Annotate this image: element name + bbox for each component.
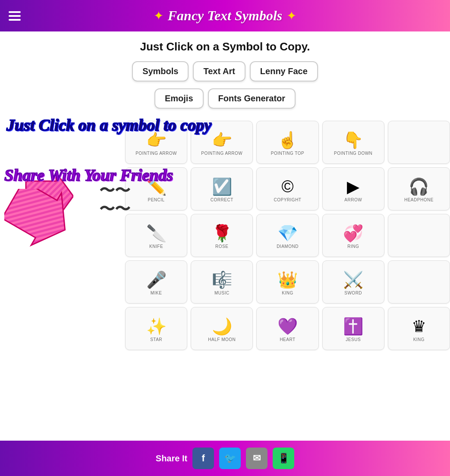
- symbol-cell[interactable]: 🎼MUSIC: [191, 260, 253, 304]
- symbol-cell[interactable]: ✝️JESUS: [322, 307, 384, 350]
- symbol-icon: 🎼: [212, 272, 232, 288]
- symbol-icon: ▶: [347, 178, 359, 195]
- symbol-icon: ✏️: [146, 178, 167, 195]
- symbol-cell[interactable]: 🎧HEADPHONE: [388, 167, 450, 210]
- symbol-icon: 🔪: [146, 225, 167, 241]
- symbol-label: KING: [413, 337, 425, 342]
- arrow-top-decoration: [17, 168, 73, 226]
- symbol-icon: 👉: [146, 132, 167, 148]
- tab-fonts-generator[interactable]: Fonts Generator: [208, 88, 296, 109]
- symbol-label: JESUS: [346, 337, 361, 342]
- svg-marker-5: [4, 189, 80, 256]
- symbol-cell[interactable]: 🌹ROSE: [191, 214, 253, 257]
- symbol-icon: 🌹: [212, 225, 232, 241]
- symbol-cell[interactable]: ©COPYRIGHT: [256, 167, 318, 210]
- symbol-grid: 👉POINTING ARROW👉POINTING ARROW☝️POINTING…: [125, 116, 450, 354]
- symbol-cell[interactable]: ☝️POINTING TOP: [256, 121, 318, 164]
- app-header: ✦ Fancy Text Symbols ✦: [0, 0, 450, 31]
- symbol-label: SWORD: [344, 291, 362, 295]
- symbol-cell[interactable]: ⚔️SWORD: [322, 260, 384, 304]
- symbol-icon: ✝️: [343, 318, 363, 335]
- main-content: Just Click on a symbol to copy 〜〜〜〜 👉POI…: [0, 116, 450, 406]
- svg-marker-2: [26, 172, 73, 220]
- symbol-icon: ☝️: [277, 132, 298, 148]
- symbol-cell[interactable]: 👉POINTING ARROW: [125, 121, 187, 164]
- star-right-icon: ✦: [286, 9, 296, 23]
- symbol-cell[interactable]: 👑KING: [256, 260, 318, 304]
- symbol-icon: ✨: [146, 318, 167, 335]
- tab-emojis[interactable]: Emojis: [154, 88, 204, 109]
- symbol-icon: ⚔️: [343, 272, 363, 288]
- share-label: Share It: [156, 454, 187, 463]
- symbol-icon: 🌙: [212, 318, 232, 335]
- whatsapp-share-button[interactable]: 📱: [273, 448, 294, 469]
- symbol-icon: 👉: [212, 132, 232, 148]
- symbol-cell[interactable]: ✏️PENCIL: [125, 167, 187, 210]
- tabs-row-1: Symbols Text Art Lenny Face: [0, 58, 450, 85]
- symbol-cell[interactable]: [388, 214, 450, 257]
- symbol-cell[interactable]: [388, 121, 450, 164]
- tabs-row-2: Emojis Fonts Generator: [0, 85, 450, 112]
- facebook-share-button[interactable]: f: [192, 448, 214, 469]
- symbol-label: HALF MOON: [208, 337, 236, 342]
- symbol-cell[interactable]: ☑️CORRECT: [191, 167, 253, 210]
- menu-button[interactable]: [9, 11, 21, 21]
- symbol-label: PENCIL: [148, 197, 165, 202]
- page-subtitle: Just Click on a Symbol to Copy.: [0, 31, 450, 58]
- symbol-label: ARROW: [344, 197, 362, 202]
- symbol-cell[interactable]: 🔪KNIFE: [125, 214, 187, 257]
- symbol-label: HEART: [280, 337, 295, 342]
- symbol-cell[interactable]: 🎤MIKE: [125, 260, 187, 304]
- symbol-icon: ©: [281, 178, 293, 195]
- app-title: Fancy Text Symbols: [168, 8, 282, 24]
- symbol-label: MUSIC: [214, 291, 230, 295]
- symbol-label: CORRECT: [211, 197, 233, 202]
- tab-lenny-face[interactable]: Lenny Face: [250, 61, 318, 81]
- symbol-label: RING: [347, 244, 359, 249]
- symbol-cell[interactable]: ▶ARROW: [322, 167, 384, 210]
- symbol-cell[interactable]: 💜HEART: [256, 307, 318, 350]
- symbol-label: POINTING TOP: [271, 151, 304, 156]
- symbol-cell[interactable]: 💞RING: [322, 214, 384, 257]
- symbol-cell[interactable]: ♛KING: [388, 307, 450, 350]
- symbol-icon: 💎: [277, 225, 298, 241]
- symbol-label: HEADPHONE: [404, 197, 434, 202]
- symbol-label: STAR: [150, 337, 162, 342]
- tab-text-art[interactable]: Text Art: [193, 61, 245, 81]
- symbol-cell[interactable]: 💎DIAMOND: [256, 214, 318, 257]
- symbol-label: KING: [282, 291, 293, 295]
- symbol-cell[interactable]: 👉POINTING ARROW: [191, 121, 253, 164]
- symbol-label: DIAMOND: [277, 244, 299, 249]
- tab-symbols[interactable]: Symbols: [132, 61, 189, 81]
- symbol-icon: 👑: [277, 272, 298, 288]
- symbol-label: POINTING DOWN: [334, 151, 372, 156]
- symbol-icon: ☑️: [212, 178, 232, 195]
- share-bar: Share It f 🐦 ✉ 📱: [0, 441, 450, 476]
- symbol-label: POINTING ARROW: [201, 151, 242, 156]
- email-share-button[interactable]: ✉: [246, 448, 267, 469]
- symbol-icon: 💜: [277, 318, 298, 335]
- symbol-cell[interactable]: 🌙HALF MOON: [191, 307, 253, 350]
- symbol-icon: 👇: [343, 132, 363, 148]
- twitter-share-button[interactable]: 🐦: [219, 448, 241, 469]
- symbol-label: MIKE: [151, 291, 162, 295]
- star-left-icon: ✦: [154, 9, 164, 23]
- symbol-cell[interactable]: [388, 260, 450, 304]
- symbol-cell[interactable]: 👇POINTING DOWN: [322, 121, 384, 164]
- symbol-label: COPYRIGHT: [274, 197, 302, 202]
- symbol-icon: 💞: [343, 225, 363, 241]
- symbol-label: POINTING ARROW: [135, 151, 177, 156]
- symbol-label: ROSE: [215, 244, 228, 249]
- symbol-label: KNIFE: [149, 244, 163, 249]
- symbol-grid-wrapper: 👉POINTING ARROW👉POINTING ARROW☝️POINTING…: [125, 116, 450, 354]
- symbol-icon: ♛: [412, 318, 426, 335]
- symbol-icon: 🎧: [409, 178, 429, 195]
- symbol-icon: 🎤: [146, 272, 167, 288]
- symbol-cell[interactable]: ✨STAR: [125, 307, 187, 350]
